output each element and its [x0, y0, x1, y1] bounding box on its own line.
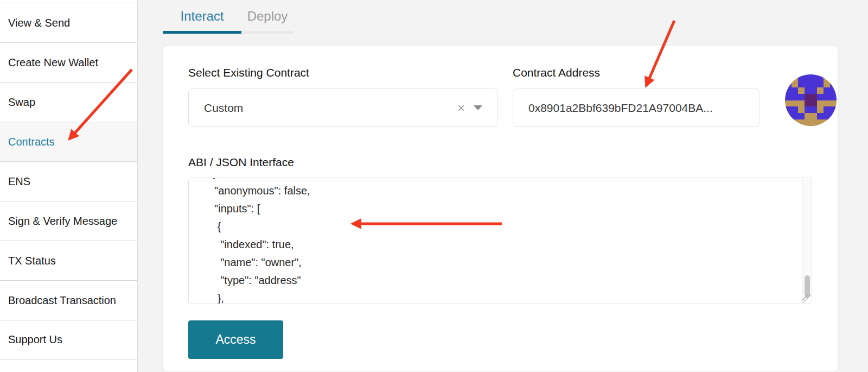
identicon-cell [785, 94, 792, 100]
identicon-cell [805, 119, 811, 126]
identicon-cell [805, 81, 811, 87]
identicon-cell [792, 100, 798, 107]
identicon-cell [805, 94, 811, 100]
identicon-cell [811, 113, 818, 119]
sidebar-item-contracts[interactable]: Contracts [0, 122, 137, 161]
identicon-cell [824, 100, 830, 107]
sidebar-menu: View & SendCreate New WalletSwapContract… [0, 3, 137, 360]
identicon-cell [798, 106, 805, 113]
identicon-cell [798, 113, 805, 119]
contract-address-input[interactable] [528, 102, 748, 115]
abi-json-textarea[interactable]: { "anonymous": false, "inputs": [ { "ind… [188, 178, 812, 304]
identicon-cell [817, 113, 824, 119]
identicon-cell [817, 94, 824, 100]
identicon-cell [817, 106, 824, 113]
sidebar: View & SendCreate New WalletSwapContract… [0, 0, 138, 372]
identicon-cell [798, 87, 805, 94]
identicon-cell [811, 106, 818, 113]
identicon-cell [805, 100, 811, 107]
identicon-cell [811, 81, 818, 87]
sidebar-item-create-new-wallet[interactable]: Create New Wallet [0, 42, 137, 82]
abi-json-interface-label: ABI / JSON Interface [188, 156, 294, 169]
tab-interact[interactable]: Interact [163, 0, 241, 34]
identicon-cell [792, 81, 798, 87]
sidebar-item-broadcast-transaction[interactable]: Broadcast Transaction [0, 280, 137, 320]
contract-address-field-wrap [513, 89, 760, 127]
existing-contract-select-value: Custom [204, 102, 457, 115]
identicon-cell [830, 100, 837, 107]
identicon-cell [824, 94, 830, 100]
textarea-resize-handle-icon[interactable] [802, 294, 811, 303]
identicon-cell [811, 94, 818, 100]
tab-deploy[interactable]: Deploy [241, 0, 293, 34]
identicon-cell [798, 100, 805, 107]
identicon-cell [792, 87, 798, 94]
identicon-cell [824, 81, 830, 87]
identicon-cell [811, 100, 818, 107]
identicon-cell [798, 81, 805, 87]
identicon-cell [798, 94, 805, 100]
identicon-cell [805, 106, 811, 113]
existing-contract-select[interactable]: Custom × [188, 89, 497, 127]
identicon-cell [824, 87, 830, 94]
identicon-cell [817, 87, 824, 94]
access-button[interactable]: Access [188, 320, 283, 359]
contract-address-label: Contract Address [513, 66, 600, 79]
abi-scrollbar-track[interactable] [802, 179, 811, 295]
identicon-cell [811, 87, 818, 94]
sidebar-item-swap[interactable]: Swap [0, 82, 137, 122]
address-identicon-avatar [785, 74, 837, 126]
identicon-cell [811, 74, 818, 81]
select-existing-contract-label: Select Existing Contract [188, 66, 309, 79]
identicon-cell [792, 113, 798, 119]
identicon-cell [824, 106, 830, 113]
identicon-cell [817, 81, 824, 87]
identicon-cell [805, 87, 811, 94]
sidebar-item-support-us[interactable]: Support Us [0, 320, 137, 360]
sidebar-item-ens[interactable]: ENS [0, 161, 137, 201]
identicon-cell [785, 100, 792, 107]
identicon-cell [805, 74, 811, 81]
clear-icon[interactable]: × [457, 102, 465, 115]
sidebar-item-view-send[interactable]: View & Send [0, 3, 137, 42]
sidebar-item-sign-verify-message[interactable]: Sign & Verify Message [0, 201, 137, 241]
identicon-cell [817, 100, 824, 107]
identicon-cell [792, 94, 798, 100]
identicon-cell [830, 94, 837, 100]
chevron-down-icon[interactable] [474, 105, 482, 110]
identicon-cell [805, 113, 811, 119]
identicon-cell [792, 106, 798, 113]
sidebar-item-tx-status[interactable]: TX Status [0, 241, 137, 280]
identicon-cell [811, 119, 818, 126]
abi-json-content: { "anonymous": false, "inputs": [ { "ind… [189, 178, 802, 304]
